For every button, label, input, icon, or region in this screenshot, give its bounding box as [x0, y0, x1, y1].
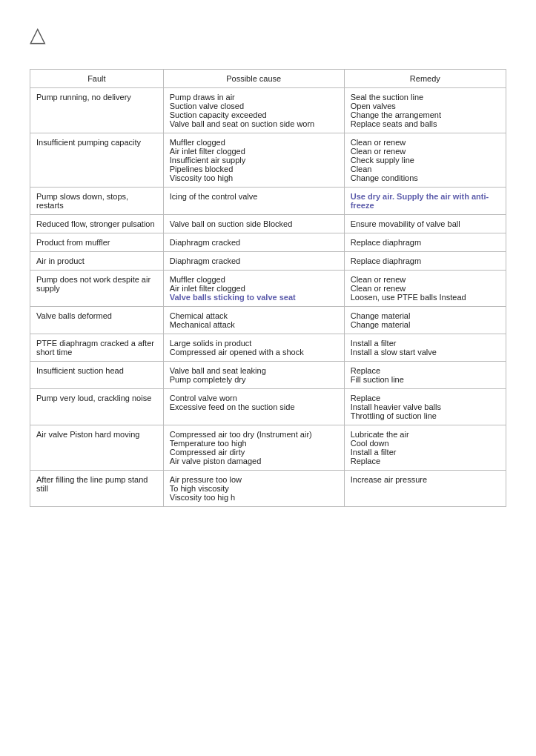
- remedy-item: Increase air pressure: [351, 475, 500, 484]
- fault-cell: Insufficient suction head: [30, 362, 164, 389]
- cause-item: Viscosity too high: [170, 173, 338, 182]
- table-row: PTFE diaphragm cracked a after short tim…: [30, 334, 506, 362]
- table-row: Insufficient pumping capacityMuffler clo…: [30, 133, 506, 188]
- cause-item: Pipelines blocked: [170, 165, 338, 173]
- fault-cell: Valve balls deformed: [30, 307, 164, 334]
- remedy-item: Install a filter: [351, 448, 500, 457]
- table-row: Air valve Piston hard movingCompressed a…: [30, 425, 506, 471]
- remedy-cell: Clean or renewClean or renewLoosen, use …: [344, 271, 506, 307]
- cause-item: Valve ball and seat on suction side worn: [170, 119, 338, 128]
- cause-item: Suction valve closed: [170, 102, 338, 110]
- remedy-cell: Clean or renewClean or renewCheck supply…: [344, 133, 506, 188]
- remedy-item: Use dry air. Supply the air with anti-fr…: [351, 192, 500, 210]
- cause-item: Temperature too high: [170, 439, 338, 448]
- table-row: Reduced flow, stronger pulsationValve ba…: [30, 215, 506, 233]
- fault-cell: Pump slows down, stops, restarts: [30, 188, 164, 215]
- remedy-header: Remedy: [344, 70, 506, 88]
- cause-cell: Compressed air too dry (Instrument air)T…: [163, 425, 344, 471]
- remedy-item: Replace diaphragm: [351, 238, 500, 247]
- remedy-item: Replace: [351, 366, 500, 375]
- remedy-item: Install heavier valve balls: [351, 402, 500, 411]
- remedy-item: Lubricate the air: [351, 430, 500, 439]
- remedy-cell: Increase air pressure: [344, 471, 506, 507]
- table-row: Valve balls deformedChemical attackMecha…: [30, 307, 506, 334]
- cause-item: Air pressure too low: [170, 475, 338, 484]
- fault-cell: Reduced flow, stronger pulsation: [30, 215, 164, 233]
- cause-item: Suction capacity exceeded: [170, 110, 338, 119]
- cause-cell: Valve ball and seat leakingPump complete…: [163, 362, 344, 389]
- remedy-item: Change material: [351, 320, 500, 329]
- table-row: Product from mufflerDiaphragm crackedRep…: [30, 233, 506, 252]
- remedy-item: Clean or renew: [351, 284, 500, 293]
- remedy-item: Clean: [351, 165, 500, 173]
- fault-cell: Air valve Piston hard moving: [30, 425, 164, 471]
- fault-cell: Product from muffler: [30, 233, 164, 252]
- cause-cell: Pump draws in airSuction valve closedSuc…: [163, 88, 344, 133]
- cause-item: Pump completely dry: [170, 375, 338, 384]
- fault-cell: After filling the line pump stand still: [30, 471, 164, 507]
- remedy-item: Seal the suction line: [351, 93, 500, 102]
- remedy-cell: Seal the suction lineOpen valvesChange t…: [344, 88, 506, 133]
- cause-item: Viscosity too hig h: [170, 493, 338, 502]
- cause-cell: Air pressure too lowTo high viscosityVis…: [163, 471, 344, 507]
- remedy-item: Replace seats and balls: [351, 119, 500, 128]
- table-row: After filling the line pump stand stillA…: [30, 471, 506, 507]
- cause-item: Air inlet filter clogged: [170, 147, 338, 156]
- cause-cell: Diaphragm cracked: [163, 252, 344, 271]
- table-row: Pump very loud, crackling noiseControl v…: [30, 389, 506, 425]
- remedy-cell: Ensure movability of valve ball: [344, 215, 506, 233]
- remedy-item: Replace: [351, 394, 500, 402]
- cause-item: Valve balls sticking to valve seat: [170, 293, 338, 302]
- remedy-item: Change the arrangement: [351, 110, 500, 119]
- remedy-item: Clean or renew: [351, 138, 500, 147]
- warning-icon: △: [30, 22, 506, 47]
- fault-cell: PTFE diaphragm cracked a after short tim…: [30, 334, 164, 362]
- cause-item: Compressed air dirty: [170, 448, 338, 457]
- cause-header: Possible cause: [163, 70, 344, 88]
- cause-item: To high viscosity: [170, 484, 338, 493]
- cause-item: Compressed air opened with a shock: [170, 348, 338, 357]
- remedy-item: Throttling of suction line: [351, 411, 500, 420]
- remedy-cell: Use dry air. Supply the air with anti-fr…: [344, 188, 506, 215]
- cause-cell: Diaphragm cracked: [163, 233, 344, 252]
- table-row: Air in productDiaphragm crackedReplace d…: [30, 252, 506, 271]
- remedy-item: Replace: [351, 457, 500, 465]
- cause-item: Valve ball and seat leaking: [170, 366, 338, 375]
- cause-cell: Control valve wornExcessive feed on the …: [163, 389, 344, 425]
- troubleshooting-table: Fault Possible cause Remedy Pump running…: [30, 69, 506, 507]
- cause-cell: Muffler cloggedAir inlet filter cloggedV…: [163, 271, 344, 307]
- remedy-item: Change material: [351, 311, 500, 320]
- remedy-item: Replace diaphragm: [351, 256, 500, 265]
- remedy-item: Loosen, use PTFE balls Instead: [351, 293, 500, 302]
- remedy-item: Clean or renew: [351, 275, 500, 284]
- fault-cell: Pump running, no delivery: [30, 88, 164, 133]
- cause-item: Diaphragm cracked: [170, 256, 338, 265]
- cause-cell: Large solids in productCompressed air op…: [163, 334, 344, 362]
- fault-cell: Insufficient pumping capacity: [30, 133, 164, 188]
- cause-item: Valve ball on suction side Blocked: [170, 219, 338, 228]
- cause-cell: Chemical attackMechanical attack: [163, 307, 344, 334]
- table-row: Pump slows down, stops, restartsIcing of…: [30, 188, 506, 215]
- fault-header: Fault: [30, 70, 164, 88]
- remedy-item: Install a filter: [351, 339, 500, 348]
- cause-item: Insufficient air supply: [170, 156, 338, 165]
- table-row: Pump running, no deliveryPump draws in a…: [30, 88, 506, 133]
- cause-cell: Valve ball on suction side Blocked: [163, 215, 344, 233]
- remedy-item: Clean or renew: [351, 147, 500, 156]
- cause-item: Air inlet filter clogged: [170, 284, 338, 293]
- cause-item: Excessive feed on the suction side: [170, 402, 338, 411]
- cause-item: Muffler clogged: [170, 138, 338, 147]
- remedy-item: Fill suction line: [351, 375, 500, 384]
- cause-item: Muffler clogged: [170, 275, 338, 284]
- remedy-item: Change conditions: [351, 173, 500, 182]
- remedy-cell: ReplaceFill suction line: [344, 362, 506, 389]
- remedy-cell: Lubricate the airCool downInstall a filt…: [344, 425, 506, 471]
- cause-item: Pump draws in air: [170, 93, 338, 102]
- remedy-cell: ReplaceInstall heavier valve ballsThrott…: [344, 389, 506, 425]
- remedy-cell: Change materialChange material: [344, 307, 506, 334]
- cause-item: Diaphragm cracked: [170, 238, 338, 247]
- cause-item: Chemical attack: [170, 311, 338, 320]
- cause-item: Compressed air too dry (Instrument air): [170, 430, 338, 439]
- remedy-cell: Replace diaphragm: [344, 233, 506, 252]
- remedy-item: Open valves: [351, 102, 500, 110]
